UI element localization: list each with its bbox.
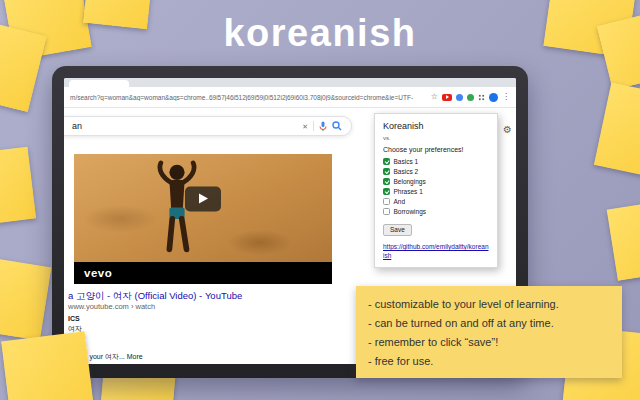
google-search-box[interactable]: an ✕ <box>64 116 352 136</box>
save-button[interactable]: Save <box>383 224 412 236</box>
bookmark-star-icon[interactable]: ☆ <box>431 93 438 101</box>
apps-grid-icon[interactable] <box>478 94 485 101</box>
feature-note-card: - customizable to your level of learning… <box>356 286 622 378</box>
profile-avatar[interactable] <box>489 93 498 102</box>
option-label: And <box>394 198 406 205</box>
result-url: www.youtube.com › watch <box>68 302 155 311</box>
settings-gear-icon[interactable]: ⚙ <box>503 125 512 135</box>
extension-popup: Koreanish vs. Choose your preferences! B… <box>374 113 498 268</box>
option-label: Basics 2 <box>394 168 419 175</box>
option-checkbox-2[interactable] <box>383 178 390 185</box>
popup-title: Koreanish <box>383 121 489 131</box>
browser-tab[interactable] <box>69 80 129 87</box>
browser-toolbar: m/search?q=woman&aq=woman&aqs=chrome..69… <box>64 87 516 108</box>
browser-menu-icon[interactable]: ⋮ <box>502 93 510 101</box>
promo-canvas: koreanish m/search?q=woman&aq=woman&aqs=… <box>0 0 640 400</box>
sticky-note <box>1 331 95 400</box>
search-input[interactable]: an <box>66 121 297 131</box>
snippet-line: ICS <box>68 314 143 324</box>
option-checkbox-1[interactable] <box>383 168 390 175</box>
option-checkbox-0[interactable] <box>383 158 390 165</box>
preference-option: Borrowings <box>383 208 489 215</box>
popup-version: vs. <box>383 135 489 141</box>
youtube-extension-icon[interactable] <box>442 94 452 101</box>
browser-tabstrip <box>64 78 516 87</box>
sticky-note <box>0 257 51 340</box>
sticky-note <box>594 82 640 177</box>
vevo-logo: vevo <box>84 267 112 279</box>
extension-icon-blue[interactable] <box>456 94 463 101</box>
video-thumbnail[interactable]: vevo <box>74 154 332 284</box>
preference-option: Basics 1 <box>383 158 489 165</box>
video-still <box>74 154 332 262</box>
preference-option: And <box>383 198 489 205</box>
preference-option: Phrases 1 <box>383 188 489 195</box>
feature-line: - can be turned on and off at any time. <box>368 314 610 333</box>
option-label: Borrowings <box>394 208 427 215</box>
option-checkbox-3[interactable] <box>383 188 390 195</box>
mic-icon[interactable] <box>319 121 327 132</box>
option-label: Phrases 1 <box>394 188 423 195</box>
feature-line: - customizable to your level of learning… <box>368 295 610 314</box>
option-checkbox-4[interactable] <box>383 198 390 205</box>
preference-option: Belongings <box>383 178 489 185</box>
page-title: koreanish <box>0 12 640 55</box>
option-checkbox-5[interactable] <box>383 208 390 215</box>
extension-icon-green[interactable] <box>467 94 474 101</box>
option-label: Belongings <box>394 178 426 185</box>
sticky-note <box>0 147 36 226</box>
clear-search-icon[interactable]: ✕ <box>302 123 308 130</box>
github-link[interactable]: https://github.com/emilydaitty/koreanish <box>383 243 489 260</box>
feature-line: - free for use. <box>368 352 610 371</box>
sticky-note <box>607 201 640 281</box>
play-button-icon[interactable] <box>185 187 221 212</box>
option-label: Basics 1 <box>394 158 419 165</box>
feature-line: - remember to click “save”! <box>368 333 610 352</box>
address-bar[interactable]: m/search?q=woman&aq=woman&aqs=chrome..69… <box>70 94 427 101</box>
preference-option: Basics 2 <box>383 168 489 175</box>
popup-prompt: Choose your preferences! <box>383 146 489 153</box>
search-icon[interactable] <box>332 121 342 131</box>
divider <box>313 121 314 131</box>
